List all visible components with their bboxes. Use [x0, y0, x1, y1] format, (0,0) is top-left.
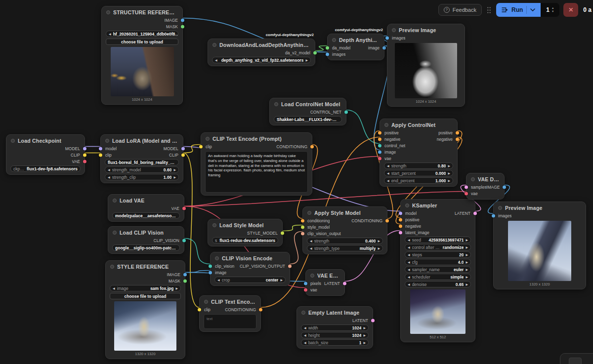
model-input-dot[interactable]: [99, 147, 102, 150]
node-header[interactable]: Empty Latent Image: [297, 307, 373, 317]
node-checkpoint[interactable]: Load CheckpointMODELCLIPVAEckpt_na ...fl…: [6, 134, 85, 175]
drag-handle-icon[interactable]: [487, 6, 491, 14]
collapse-dot-icon[interactable]: [106, 10, 110, 14]
decrement-arrow-icon[interactable]: ◀: [387, 172, 389, 175]
collapse-dot-icon[interactable]: [405, 203, 409, 207]
widget-control-after-genera[interactable]: ◀control after genera...randomize▶: [405, 244, 471, 250]
node-empty-latent[interactable]: Empty Latent ImageLATENT◀width1024▶◀heig…: [296, 306, 373, 349]
clip-vision-output-dot[interactable]: [182, 239, 186, 242]
control-net-input-dot[interactable]: [378, 144, 381, 147]
clip-vision-output-input-dot[interactable]: [301, 232, 304, 235]
node-depth-anything[interactable]: comfyui-depthanythingv2Depth Anythi...da…: [327, 34, 384, 60]
pixels-input-dot[interactable]: [304, 282, 307, 285]
node-ksampler[interactable]: KSamplermodelLATENTpositivenegativelaten…: [400, 199, 475, 342]
image-output-dot[interactable]: [503, 185, 506, 189]
decrement-arrow-icon[interactable]: ◀: [113, 287, 115, 290]
node-header[interactable]: Load Checkpoint: [6, 135, 85, 145]
node-header[interactable]: CLIP Text Encode (Pr...: [200, 296, 260, 306]
vae-input-dot[interactable]: [378, 157, 381, 160]
vae-output-dot[interactable]: [182, 206, 186, 210]
increment-arrow-icon[interactable]: ▶: [448, 179, 450, 182]
collapse-dot-icon[interactable]: [384, 123, 388, 127]
node-vae-decode[interactable]: VAE Deco...samplesIMAGEvae: [466, 173, 505, 200]
node-header[interactable]: Preview Image: [494, 202, 586, 212]
widget-style[interactable]: style_ ...flux1-redux-dev.safetensors: [212, 237, 278, 243]
conditioning-output-dot[interactable]: [385, 219, 389, 222]
node-graph-canvas[interactable]: STRUCTURE REFERENCEIMAGEMASK◀hf_20260201…: [0, 0, 593, 364]
widget-combo[interactable]: modelzpalace__aesafetensors__ae. ...: [112, 212, 180, 219]
node-header[interactable]: Load Style Model: [208, 219, 282, 230]
run-button[interactable]: Run: [496, 3, 541, 17]
count-stepper[interactable]: ▲▼: [551, 7, 554, 13]
prompt-text-widget[interactable]: An awkward man holding a badly made birt…: [205, 151, 308, 193]
widget-strength[interactable]: ◀strength0.80▶: [384, 162, 453, 169]
negative-input-dot[interactable]: [399, 224, 402, 228]
node-structure-ref[interactable]: STRUCTURE REFERENCEIMAGEMASK◀hf_20260201…: [101, 6, 183, 105]
node-header[interactable]: VAE Deco...: [466, 173, 504, 184]
decrement-arrow-icon[interactable]: ◀: [387, 179, 389, 182]
node-header[interactable]: Apply ControlNet: [380, 119, 457, 129]
collapse-dot-icon[interactable]: [215, 256, 219, 260]
conditioning-input-dot[interactable]: [301, 219, 304, 222]
clip-input-dot[interactable]: [199, 145, 203, 148]
node-header[interactable]: STRUCTURE REFERENCE: [102, 6, 182, 17]
conditioning-output-dot[interactable]: [310, 145, 314, 148]
widget-height[interactable]: ◀height1024▶: [301, 332, 369, 338]
image-input-dot[interactable]: [209, 271, 212, 274]
node-vae-encode[interactable]: VAE Enco...pixelsLATENTvae: [305, 269, 345, 296]
decrement-arrow-icon[interactable]: ◀: [408, 246, 410, 249]
images-input-dot[interactable]: [326, 52, 329, 56]
node-controlnet-loader[interactable]: Load ControlNet ModelCONTROL_NETShakker-…: [269, 98, 346, 125]
increment-arrow-icon[interactable]: ▶: [305, 59, 308, 62]
panel-button[interactable]: [569, 358, 582, 364]
queue-count-input[interactable]: 1 ▲▼: [541, 3, 559, 17]
node-header[interactable]: CLIP Vision Encode: [211, 252, 290, 263]
increment-arrow-icon[interactable]: ▶: [466, 268, 468, 271]
collapse-dot-icon[interactable]: [274, 102, 278, 106]
decrement-arrow-icon[interactable]: ◀: [387, 164, 389, 167]
collapse-dot-icon[interactable]: [206, 137, 210, 141]
increment-arrow-icon[interactable]: ▶: [378, 240, 380, 243]
image-input-dot[interactable]: [378, 150, 381, 154]
image-output-dot[interactable]: [181, 18, 184, 22]
widget-strength-model[interactable]: ◀strength_model0.60▶: [105, 166, 179, 173]
decrement-arrow-icon[interactable]: ◀: [310, 247, 312, 250]
node-header[interactable]: Load VAE: [108, 195, 184, 205]
control-net-output-dot[interactable]: [344, 110, 348, 114]
widget-scheduler[interactable]: ◀schedulersimple▶: [405, 274, 471, 280]
collapse-dot-icon[interactable]: [392, 28, 396, 32]
increment-arrow-icon[interactable]: ▶: [378, 247, 380, 250]
widget-denoise[interactable]: ◀denoise0.65▶: [405, 281, 471, 287]
latent-image-input-dot[interactable]: [399, 231, 402, 234]
node-header[interactable]: Load ControlNet Model: [270, 98, 346, 109]
collapse-dot-icon[interactable]: [113, 199, 117, 202]
node-preview-result[interactable]: Preview Imageimages1320 x 1320: [493, 202, 586, 289]
increment-arrow-icon[interactable]: ▶: [466, 246, 468, 249]
upload-button[interactable]: choose file to upload: [110, 293, 181, 299]
decrement-arrow-icon[interactable]: ◀: [408, 268, 410, 271]
collapse-dot-icon[interactable]: [307, 211, 311, 215]
feedback-button[interactable]: ? Feedback: [438, 4, 482, 16]
node-header[interactable]: KSampler: [401, 200, 475, 210]
widget-batch-size[interactable]: ◀batch_size1▶: [301, 339, 369, 346]
images-input-dot[interactable]: [385, 36, 389, 40]
latent-output-dot[interactable]: [371, 319, 375, 322]
collapse-dot-icon[interactable]: [105, 139, 109, 143]
decrement-arrow-icon[interactable]: ◀: [408, 239, 410, 242]
widget-cfg[interactable]: ◀cfg4.0▶: [405, 259, 471, 265]
vae-input-dot[interactable]: [465, 192, 468, 195]
chevron-down-icon[interactable]: [530, 8, 535, 11]
increment-arrow-icon[interactable]: ▶: [280, 279, 283, 282]
latent-output-dot[interactable]: [473, 211, 477, 215]
widget-width[interactable]: ◀width1024▶: [301, 324, 369, 331]
node-preview-depth[interactable]: Preview Imageimages1024 x 1024: [387, 24, 465, 107]
collapse-dot-icon[interactable]: [301, 311, 305, 315]
node-lora[interactable]: Load LoRA (Model and CLIP)modelMODELclip…: [100, 134, 183, 183]
node-clip-vision-loader[interactable]: Load CLIP VisionCLIP_VISIONgoogle__sigli…: [108, 226, 184, 254]
collapse-dot-icon[interactable]: [113, 231, 117, 235]
node-style-model-loader[interactable]: Load Style ModelSTYLE_MODELstyle_ ...flu…: [208, 219, 283, 246]
model-input-dot[interactable]: [399, 211, 402, 215]
positive-output-dot[interactable]: [456, 131, 459, 134]
collapse-dot-icon[interactable]: [110, 265, 114, 269]
node-header[interactable]: Preview Image: [387, 24, 465, 35]
